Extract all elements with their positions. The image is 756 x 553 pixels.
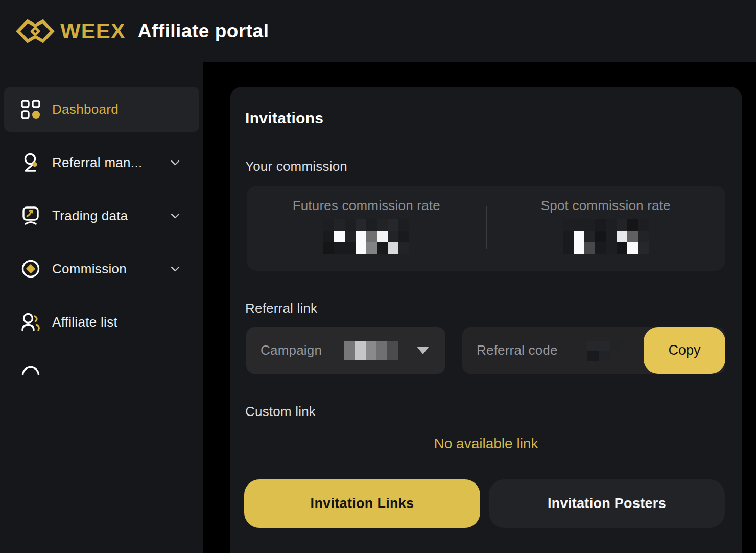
sidebar-item-dashboard[interactable]: Dashboard [4, 87, 199, 132]
main-content: Invitations Your commission Futures comm… [203, 62, 756, 553]
referral-code-field[interactable]: Referral code Copy [462, 327, 725, 374]
sidebar-item-trading-data[interactable]: Trading data [4, 193, 199, 238]
app-header: WEEX Affiliate portal [0, 0, 756, 62]
people-icon [19, 311, 42, 333]
spot-commission-column: Spot commission rate [486, 186, 726, 271]
brand-name: WEEX [60, 19, 126, 43]
chevron-down-icon [169, 209, 182, 222]
sidebar: Dashboard Referral man... [0, 62, 203, 553]
sidebar-item-label: Commission [52, 261, 127, 277]
sidebar-item-commission[interactable]: Commission [4, 246, 199, 291]
spot-rate-redacted-value [563, 219, 649, 254]
weex-logo-icon [15, 17, 55, 45]
sidebar-menu: Dashboard Referral man... [0, 87, 203, 375]
dropdown-caret-icon [417, 347, 429, 354]
invitations-card: Invitations Your commission Futures comm… [230, 87, 742, 553]
invitation-links-button[interactable]: Invitation Links [244, 479, 480, 528]
custom-link-section-title: Custom link [245, 404, 316, 420]
monitor-chart-icon [19, 204, 42, 227]
invitation-posters-button[interactable]: Invitation Posters [489, 479, 725, 528]
copy-button[interactable]: Copy [644, 327, 725, 374]
sidebar-item-label: Trading data [52, 208, 128, 224]
chevron-down-icon [169, 156, 182, 169]
app-window: WEEX Affiliate portal Dashboard [0, 0, 756, 553]
futures-rate-redacted-value [323, 219, 409, 254]
sidebar-item-label: Dashboard [52, 102, 119, 118]
commission-rates-panel: Futures commission rate Spot commission … [247, 186, 725, 271]
coin-diamond-icon [19, 258, 42, 280]
chevron-down-icon [169, 262, 182, 275]
page-title: Affiliate portal [138, 20, 269, 42]
futures-commission-column: Futures commission rate [247, 186, 486, 271]
sidebar-item-label: Affiliate list [52, 314, 117, 330]
referral-section-title: Referral link [245, 301, 317, 316]
circle-icon [19, 364, 42, 375]
referral-code-redacted-value [587, 341, 621, 361]
no-available-link-text: No available link [230, 435, 742, 452]
sidebar-item-clipped[interactable] [4, 353, 199, 375]
campaign-label: Campaign [261, 342, 322, 358]
dashboard-grid-icon [19, 98, 42, 121]
referral-code-label: Referral code [477, 342, 558, 358]
campaign-redacted-value [344, 341, 398, 360]
futures-rate-label: Futures commission rate [293, 198, 440, 214]
card-title: Invitations [245, 109, 323, 127]
panel-divider [486, 206, 487, 249]
sidebar-item-affiliate-list[interactable]: Affiliate list [4, 299, 199, 344]
sidebar-item-label: Referral man... [52, 155, 142, 171]
spot-rate-label: Spot commission rate [541, 198, 671, 214]
sidebar-item-referral-management[interactable]: Referral man... [4, 140, 199, 185]
person-icon [19, 151, 42, 174]
commission-section-title: Your commission [245, 158, 347, 174]
campaign-dropdown[interactable]: Campaign [246, 327, 445, 374]
